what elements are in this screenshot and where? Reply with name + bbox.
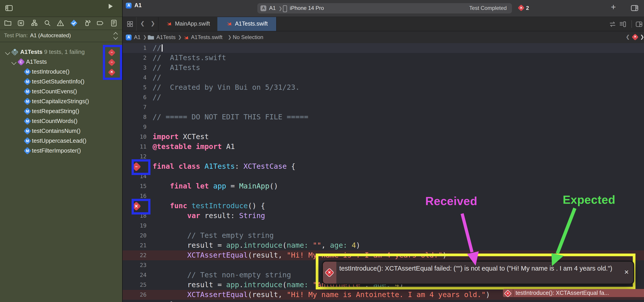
code-line-18[interactable]: 18 var result: String <box>123 211 644 221</box>
test-tree-label[interactable]: testUppercaseLead() <box>32 136 86 146</box>
tab-mainapp[interactable]: MainApp.swift <box>158 17 218 31</box>
test-tree-item-testCountWords[interactable]: MtestCountWords() <box>0 116 122 126</box>
project-navigator-icon[interactable] <box>4 19 12 27</box>
source-control-navigator-icon[interactable] <box>17 19 25 27</box>
code-line-4[interactable]: 4// <box>123 73 644 83</box>
code-line-2[interactable]: 2// A1Tests.swift <box>123 53 644 63</box>
issue-navigator-icon[interactable] <box>56 19 64 27</box>
test-tree-label[interactable]: A1Tests <box>26 57 47 67</box>
back-button[interactable]: ❮ <box>140 20 145 26</box>
run-button[interactable] <box>107 3 114 9</box>
debug-navigator-icon[interactable] <box>84 19 91 27</box>
banner-message[interactable]: testIntroduce(): XCTAssertEqual fa... <box>516 289 609 297</box>
scheme-destination[interactable]: iPhone 14 Pro <box>290 5 324 11</box>
test-tree-item-testRepeatString[interactable]: MtestRepeatString() <box>0 106 122 116</box>
code-line-12[interactable]: 12 <box>123 152 644 162</box>
test-tree-label[interactable]: testGetStudentInfo() <box>32 77 84 87</box>
tab-a1tests[interactable]: A1Tests.swift <box>218 17 276 31</box>
code-line-10[interactable]: 10import XCTest <box>123 132 644 142</box>
test-plan-value[interactable]: A1 (Autocreated) <box>30 32 71 38</box>
test-navigator-icon[interactable] <box>70 19 78 27</box>
forward-button[interactable]: ❯ <box>151 20 155 26</box>
code-line-11[interactable]: 11@testable import A1 <box>123 142 644 152</box>
code-text: // <box>153 73 162 83</box>
tab-bar: ❮ ❯ MainApp.swift A1Tests.swift <box>123 17 644 31</box>
toggle-right-sidebar-icon[interactable] <box>631 4 639 12</box>
scheme-name[interactable]: A1 <box>269 5 276 11</box>
code-line-13[interactable]: −final class A1Tests: XCTestCase { <box>123 162 644 171</box>
disclosure-chevron-icon[interactable] <box>12 60 16 65</box>
test-tree-label[interactable]: A1Tests 9 tests, 1 failing <box>20 47 85 57</box>
code-line-6[interactable]: 6// <box>123 92 644 102</box>
test-plan-bar[interactable]: Test Plan: A1 (Autocreated) <box>0 30 122 42</box>
swift-file-icon <box>183 34 189 40</box>
test-tree-label[interactable]: testIntroduce() <box>32 67 70 77</box>
code-line-7[interactable]: 7 <box>123 102 644 112</box>
test-tree-label[interactable]: testRepeatString() <box>32 106 79 116</box>
disclosure-chevron-icon[interactable] <box>5 50 10 55</box>
code-line-19[interactable]: 19 <box>123 221 644 231</box>
code-line-1[interactable]: 1// <box>123 43 644 53</box>
previous-issue-button[interactable]: ❮ <box>626 34 630 40</box>
breadcrumb-project[interactable]: A1 <box>134 34 140 40</box>
tabbar-separator <box>632 20 632 27</box>
breadcrumb-group[interactable]: A1Tests <box>156 34 176 40</box>
code-text: // Test empty string <box>153 231 274 241</box>
editor-options-icon[interactable] <box>620 20 627 27</box>
add-tab-button[interactable]: + <box>611 2 616 12</box>
code-text: func testIntroduce() { <box>153 201 265 211</box>
code-line-27[interactable]: 27 } <box>123 300 644 302</box>
related-items-icon[interactable] <box>127 20 134 27</box>
tab-label[interactable]: A1Tests.swift <box>235 20 268 27</box>
code-line-5[interactable]: 5// Created by Vin Bui on 5/31/23. <box>123 83 644 92</box>
error-tooltip-stripe: ✕ <box>323 262 336 283</box>
code-text: // <box>153 92 162 102</box>
project-name[interactable]: A1 <box>134 2 142 8</box>
test-tree-item-testCountEvens[interactable]: MtestCountEvens() <box>0 87 122 96</box>
symbol-navigator-icon[interactable] <box>30 19 38 27</box>
code-line-3[interactable]: 3// A1Tests <box>123 63 644 73</box>
line-number: 4 <box>123 73 147 83</box>
code-line-15[interactable]: 15 final let app = MainApp() <box>123 181 644 191</box>
test-tree-item-testUppercaseLead[interactable]: MtestUppercaseLead() <box>0 136 122 146</box>
test-tree-label[interactable]: testFilterImposter() <box>32 146 81 156</box>
breadcrumb-selection[interactable]: No Selection <box>233 34 264 40</box>
test-tree-label[interactable]: testCountWords() <box>32 116 78 126</box>
code-line-9[interactable]: 9 <box>123 122 644 132</box>
swap-editor-icon[interactable] <box>609 20 616 27</box>
code-line-14[interactable]: 14 <box>123 171 644 181</box>
test-tree-item-testFilterImposter[interactable]: MtestFilterImposter() <box>0 146 122 156</box>
error-diamond-icon: ✕ <box>324 268 334 277</box>
next-issue-button[interactable]: ❯ <box>640 34 644 40</box>
line-number: 5 <box>123 83 147 92</box>
line-number: 24 <box>123 270 147 280</box>
test-tree-label[interactable]: testContainsNum() <box>32 126 80 136</box>
test-tree-label[interactable]: testCapitalizeStrings() <box>32 96 89 106</box>
code-text: XCTAssertEqual(result, "Hi! My name is A… <box>153 290 490 300</box>
test-tree-item-testContainsNum[interactable]: MtestContainsNum() <box>0 126 122 136</box>
breakpoint-navigator-icon[interactable] <box>96 19 104 27</box>
scheme-status-capsule[interactable]: A A1 ❯ iPhone 14 Pro Test Completed <box>258 3 512 13</box>
test-tree-label[interactable]: testCountEvens() <box>32 87 77 96</box>
add-editor-icon[interactable] <box>636 20 643 27</box>
line-number: 7 <box>123 102 147 112</box>
text-cursor <box>162 44 162 52</box>
inline-error-banner[interactable]: ✕ testIntroduce(): XCTAssertEqual fa... <box>503 289 644 297</box>
tab-separator <box>276 17 277 31</box>
report-navigator-icon[interactable] <box>110 19 118 27</box>
toggle-left-sidebar-icon[interactable] <box>5 4 13 12</box>
code-line-20[interactable]: 20 // Test empty string <box>123 231 644 241</box>
error-badge-icon[interactable]: ✕ <box>518 4 525 11</box>
find-navigator-icon[interactable] <box>44 19 51 27</box>
error-badge-count[interactable]: 2 <box>526 5 529 11</box>
breadcrumb-app-icon[interactable]: A <box>126 34 132 40</box>
issue-diamond-icon[interactable]: ✕ <box>632 33 638 40</box>
test-tree-item-testCapitalizeStrings[interactable]: MtestCapitalizeStrings() <box>0 96 122 106</box>
scheme-app-icon[interactable]: A <box>261 5 266 11</box>
tab-label[interactable]: MainApp.swift <box>175 20 210 27</box>
code-line-21[interactable]: 21 result = app.introduce(name: "", age:… <box>123 241 644 250</box>
close-icon[interactable]: ✕ <box>624 268 629 277</box>
breadcrumb-file[interactable]: A1Tests.swift <box>191 34 222 40</box>
error-tooltip: ✕ testIntroduce(): XCTAssertEqual failed… <box>322 261 634 284</box>
code-line-8[interactable]: 8// ===== DO NOT EDIT THIS FILE ===== <box>123 112 644 122</box>
